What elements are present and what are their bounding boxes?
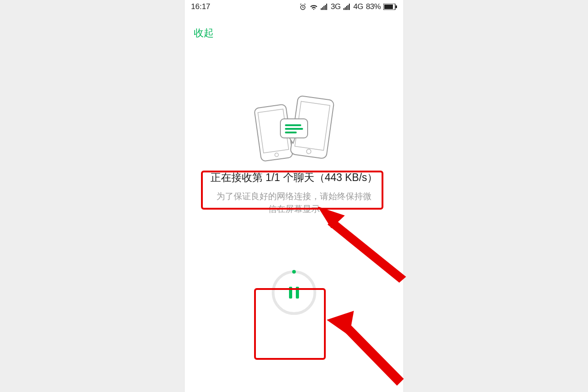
- pause-area: [185, 270, 403, 315]
- pause-button[interactable]: [272, 270, 316, 315]
- signal-icon: [343, 4, 351, 10]
- network-2-label: 4G: [353, 2, 363, 11]
- svg-rect-1: [321, 8, 322, 10]
- svg-rect-4: [325, 5, 326, 10]
- battery-percent: 83%: [366, 2, 381, 11]
- status-right-cluster: 3G 4G 83%: [299, 2, 397, 11]
- alarm-icon: [299, 3, 307, 11]
- svg-rect-12: [384, 5, 393, 9]
- svg-rect-5: [326, 4, 327, 10]
- network-1-label: 3G: [331, 2, 341, 11]
- phone-screen: 16:17 3G: [185, 0, 403, 392]
- phones-transfer-icon: [249, 90, 339, 162]
- transfer-hint-text: 为了保证良好的网络连接，请始终保持微 信在屏幕显示: [185, 190, 403, 216]
- hint-line-2: 信在屏幕显示: [268, 204, 320, 214]
- svg-rect-2: [322, 7, 323, 10]
- wifi-icon: [309, 4, 318, 10]
- transfer-status-text: 正在接收第 1/1 个聊天（443 KB/s）: [185, 170, 403, 186]
- hint-line-1: 为了保证良好的网络连接，请始终保持微: [216, 191, 372, 201]
- signal-icon: [321, 4, 328, 10]
- svg-rect-13: [396, 5, 397, 8]
- svg-rect-6: [343, 8, 344, 10]
- svg-rect-10: [349, 4, 350, 10]
- status-time: 16:17: [191, 2, 211, 11]
- svg-rect-7: [345, 7, 346, 10]
- svg-rect-3: [323, 6, 324, 10]
- svg-rect-8: [346, 6, 347, 10]
- top-bar: 收起: [185, 14, 403, 40]
- battery-icon: [383, 4, 397, 10]
- status-bar: 16:17 3G: [185, 0, 403, 14]
- svg-rect-9: [348, 5, 348, 10]
- collapse-button[interactable]: 收起: [194, 26, 214, 40]
- transfer-illustration: [185, 90, 403, 162]
- pause-icon: [289, 287, 299, 299]
